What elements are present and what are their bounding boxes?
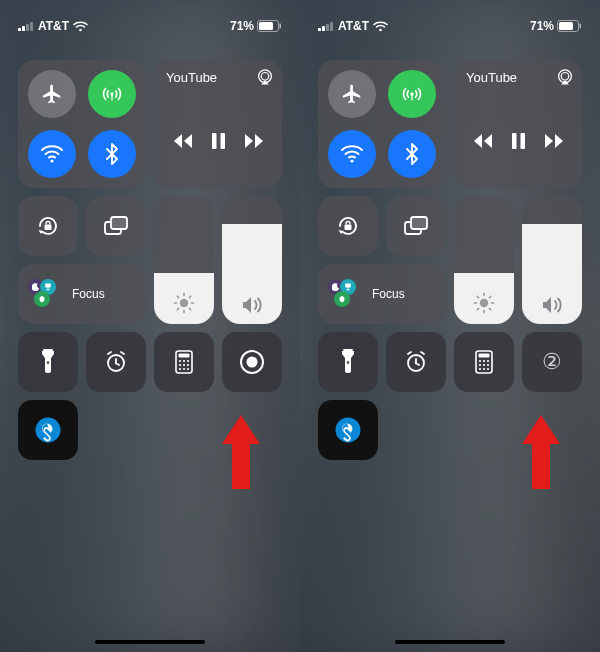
carrier-label: AT&T bbox=[338, 19, 369, 33]
airplane-mode-button[interactable] bbox=[28, 70, 76, 118]
battery-icon bbox=[557, 20, 582, 32]
screen-mirroring-button[interactable] bbox=[386, 196, 446, 256]
svg-rect-14 bbox=[220, 133, 225, 149]
shazam-button[interactable] bbox=[18, 400, 78, 460]
svg-rect-0 bbox=[18, 28, 21, 31]
svg-rect-7 bbox=[280, 24, 282, 29]
wifi-button[interactable] bbox=[328, 130, 376, 178]
calculator-button[interactable] bbox=[154, 332, 214, 392]
svg-line-25 bbox=[177, 308, 178, 309]
svg-point-36 bbox=[179, 360, 181, 362]
svg-rect-65 bbox=[411, 217, 427, 229]
battery-icon bbox=[257, 20, 282, 32]
brightness-slider[interactable] bbox=[454, 196, 514, 324]
connectivity-tile bbox=[318, 60, 446, 188]
rewind-button[interactable] bbox=[174, 134, 194, 148]
svg-rect-61 bbox=[512, 133, 517, 149]
cellular-data-button[interactable] bbox=[388, 70, 436, 118]
media-title-label: YouTube bbox=[454, 60, 529, 85]
svg-rect-62 bbox=[520, 133, 525, 149]
rewind-button[interactable] bbox=[474, 134, 494, 148]
svg-point-47 bbox=[36, 418, 61, 443]
svg-point-38 bbox=[187, 360, 189, 362]
airplay-icon[interactable] bbox=[256, 68, 274, 86]
svg-rect-13 bbox=[212, 133, 217, 149]
svg-point-33 bbox=[115, 362, 117, 364]
svg-point-37 bbox=[183, 360, 185, 362]
svg-line-74 bbox=[489, 296, 490, 297]
svg-rect-83 bbox=[479, 354, 490, 358]
home-indicator[interactable] bbox=[95, 640, 205, 644]
brightness-icon bbox=[173, 292, 195, 314]
svg-rect-76 bbox=[348, 287, 349, 289]
volume-icon bbox=[241, 296, 263, 314]
shazam-button[interactable] bbox=[318, 400, 378, 460]
media-tile[interactable]: YouTube bbox=[454, 60, 582, 188]
screen-record-button[interactable] bbox=[222, 332, 282, 392]
cellular-signal-icon bbox=[18, 21, 34, 31]
svg-rect-48 bbox=[318, 28, 321, 31]
focus-button[interactable]: Focus bbox=[18, 264, 146, 324]
antenna-icon bbox=[101, 83, 123, 105]
bluetooth-button[interactable] bbox=[88, 130, 136, 178]
flashlight-icon bbox=[40, 349, 56, 375]
svg-point-87 bbox=[479, 364, 481, 366]
svg-point-52 bbox=[379, 28, 382, 31]
svg-line-73 bbox=[477, 308, 478, 309]
svg-point-88 bbox=[483, 364, 485, 366]
brightness-slider[interactable] bbox=[154, 196, 214, 324]
svg-point-81 bbox=[415, 362, 417, 364]
forward-button[interactable] bbox=[543, 134, 563, 148]
media-title-label: YouTube bbox=[154, 60, 229, 85]
orientation-lock-button[interactable] bbox=[18, 196, 78, 256]
timer-button[interactable] bbox=[386, 332, 446, 392]
airplay-icon[interactable] bbox=[556, 68, 574, 86]
svg-rect-17 bbox=[111, 217, 127, 229]
svg-rect-2 bbox=[26, 24, 29, 31]
bluetooth-button[interactable] bbox=[388, 130, 436, 178]
calculator-icon bbox=[475, 350, 493, 374]
airplane-icon bbox=[41, 83, 63, 105]
timer-button[interactable] bbox=[86, 332, 146, 392]
cellular-data-button[interactable] bbox=[88, 70, 136, 118]
home-indicator[interactable] bbox=[395, 640, 505, 644]
airplane-mode-button[interactable] bbox=[328, 70, 376, 118]
wifi-button[interactable] bbox=[28, 130, 76, 178]
flashlight-button[interactable] bbox=[18, 332, 78, 392]
svg-point-90 bbox=[479, 368, 481, 370]
media-tile[interactable]: YouTube bbox=[154, 60, 282, 188]
volume-slider[interactable] bbox=[522, 196, 582, 324]
cellular-signal-icon bbox=[318, 21, 334, 31]
svg-line-23 bbox=[177, 296, 178, 297]
forward-button[interactable] bbox=[243, 134, 263, 148]
focus-mode-icons bbox=[28, 279, 66, 309]
svg-point-84 bbox=[479, 360, 481, 362]
svg-point-66 bbox=[480, 299, 488, 307]
record-icon bbox=[239, 349, 265, 375]
svg-point-10 bbox=[50, 159, 53, 162]
connectivity-tile bbox=[18, 60, 146, 188]
focus-button[interactable]: Focus bbox=[318, 264, 446, 324]
svg-rect-54 bbox=[559, 22, 573, 30]
wifi-icon bbox=[40, 144, 64, 164]
svg-point-41 bbox=[187, 364, 189, 366]
svg-rect-30 bbox=[47, 361, 49, 364]
svg-rect-9 bbox=[111, 95, 112, 101]
flashlight-button[interactable] bbox=[318, 332, 378, 392]
svg-rect-79 bbox=[343, 349, 353, 351]
svg-rect-31 bbox=[43, 349, 53, 351]
focus-label: Focus bbox=[72, 287, 105, 301]
brightness-icon bbox=[473, 292, 495, 314]
svg-point-92 bbox=[487, 368, 489, 370]
pause-button[interactable] bbox=[212, 133, 225, 149]
orientation-lock-button[interactable] bbox=[318, 196, 378, 256]
screen-mirroring-button[interactable] bbox=[86, 196, 146, 256]
wifi-icon bbox=[73, 21, 88, 32]
screen-record-button-countdown[interactable]: ② bbox=[522, 332, 582, 392]
volume-slider[interactable] bbox=[222, 196, 282, 324]
calculator-button[interactable] bbox=[454, 332, 514, 392]
svg-point-39 bbox=[179, 364, 181, 366]
flashlight-icon bbox=[340, 349, 356, 375]
pause-button[interactable] bbox=[512, 133, 525, 149]
svg-point-91 bbox=[483, 368, 485, 370]
